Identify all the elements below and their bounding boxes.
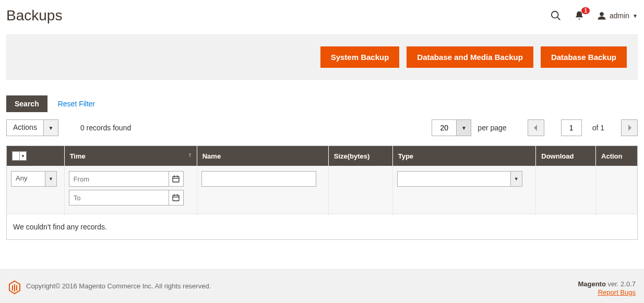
- column-header-size[interactable]: Size(bytes): [328, 146, 392, 166]
- prev-page-button[interactable]: [528, 119, 544, 136]
- per-page-select[interactable]: ▼: [432, 119, 471, 136]
- notification-badge: 1: [581, 7, 590, 14]
- chevron-left-icon: [533, 125, 539, 131]
- database-media-backup-button[interactable]: Database and Media Backup: [407, 46, 533, 68]
- svg-rect-3: [173, 176, 179, 182]
- filter-name-input[interactable]: [201, 171, 316, 187]
- chevron-down-icon: ▼: [456, 120, 471, 136]
- admin-user-menu[interactable]: admin ▼: [597, 11, 638, 20]
- grid-empty-row: We couldn't find any records.: [7, 214, 638, 240]
- column-header-action[interactable]: Action: [596, 146, 638, 166]
- backups-grid: ▼ Time ↑ Name Size(bytes) Type Download …: [6, 146, 638, 240]
- chevron-down-icon: ▼: [45, 172, 56, 186]
- chevron-down-icon: ▼: [20, 154, 26, 159]
- user-icon: [597, 11, 606, 20]
- filter-time-from: [69, 171, 184, 187]
- grid-wrapper: ▼ Time ↑ Name Size(bytes) Type Download …: [6, 146, 638, 240]
- pager-group: ▼ per page of 1: [432, 119, 638, 136]
- copyright-text: Copyright© 2016 Magento Commerce Inc. Al…: [26, 282, 211, 290]
- chevron-right-icon: [627, 125, 632, 131]
- mass-actions-label: Actions: [7, 120, 43, 136]
- filter-type-select[interactable]: ▼: [397, 171, 522, 187]
- column-header-select[interactable]: ▼: [7, 146, 65, 166]
- page-title: Backups: [6, 7, 550, 24]
- svg-rect-7: [173, 195, 179, 201]
- database-backup-button[interactable]: Database Backup: [541, 46, 627, 68]
- svg-point-0: [552, 11, 558, 18]
- per-page-label: per page: [478, 124, 506, 132]
- chevron-down-icon: ▼: [510, 172, 522, 186]
- per-page-input[interactable]: [432, 120, 456, 136]
- mass-actions-select[interactable]: Actions ▼: [6, 119, 58, 136]
- of-pages-label: of 1: [592, 124, 604, 132]
- page-actions-bar: System Backup Database and Media Backup …: [6, 34, 638, 80]
- svg-line-1: [557, 17, 560, 20]
- chevron-down-icon: ▼: [633, 13, 638, 19]
- grid-header-row: ▼ Time ↑ Name Size(bytes) Type Download …: [7, 146, 638, 166]
- notifications-icon[interactable]: 1: [574, 10, 585, 21]
- svg-point-2: [600, 12, 604, 16]
- search-icon[interactable]: [550, 10, 562, 21]
- reset-filter-link[interactable]: Reset Filter: [58, 100, 96, 108]
- filter-time-to: [69, 190, 184, 205]
- admin-user-label: admin: [610, 11, 629, 20]
- grid-toolbar-mid: Actions ▼ 0 records found ▼ per page of …: [6, 119, 638, 136]
- filter-time-to-input[interactable]: [69, 190, 169, 205]
- calendar-icon[interactable]: [169, 190, 183, 205]
- column-header-type[interactable]: Type: [392, 146, 536, 166]
- current-page-input[interactable]: [561, 119, 582, 136]
- column-header-time[interactable]: Time ↑: [64, 146, 197, 166]
- sort-asc-icon: ↑: [188, 151, 192, 159]
- filter-time-from-input[interactable]: [69, 172, 169, 186]
- version-line: Magento ver. 2.0.7: [578, 280, 636, 288]
- system-backup-button[interactable]: System Backup: [320, 46, 400, 68]
- grid-empty-text: We couldn't find any records.: [7, 214, 638, 240]
- calendar-icon[interactable]: [169, 172, 183, 186]
- search-button[interactable]: Search: [6, 95, 47, 112]
- column-header-name[interactable]: Name: [197, 146, 328, 166]
- grid-toolbar-top: Search Reset Filter: [6, 95, 638, 112]
- filter-select-any[interactable]: Any ▼: [11, 171, 57, 187]
- chevron-down-icon: ▼: [43, 120, 58, 136]
- records-found-text: 0 records found: [80, 124, 131, 132]
- header-actions: 1 admin ▼: [550, 10, 638, 21]
- grid-filter-row: Any ▼: [7, 166, 638, 214]
- next-page-button[interactable]: [621, 119, 638, 136]
- footer-right: Magento ver. 2.0.7 Report Bugs: [578, 280, 636, 296]
- page-header: Backups 1 admin ▼: [0, 0, 644, 34]
- select-all-checkbox[interactable]: ▼: [12, 151, 27, 161]
- column-header-download[interactable]: Download: [536, 146, 596, 166]
- report-bugs-link[interactable]: Report Bugs: [598, 288, 636, 296]
- magento-logo-icon: [8, 280, 21, 295]
- page-footer: Copyright© 2016 Magento Commerce Inc. Al…: [0, 269, 644, 303]
